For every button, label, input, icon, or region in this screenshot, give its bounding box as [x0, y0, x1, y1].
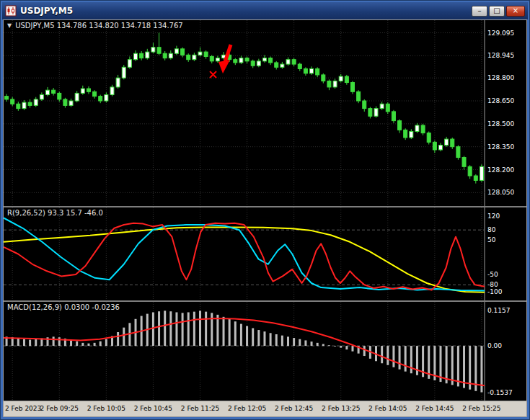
- price-axis-label: 128.800: [487, 74, 514, 81]
- symbol-ohlc-text: USDJPY,M5 134.786 134.820 134.718 134.76…: [15, 22, 183, 30]
- window-title: USDJPY,M5: [20, 6, 73, 16]
- oscillator-axis-label: 80: [487, 226, 495, 233]
- time-axis-label: 2 Feb 12:05: [228, 405, 266, 412]
- price-pane[interactable]: ▼ USDJPY,M5 134.786 134.820 134.718 134.…: [4, 20, 526, 206]
- time-axis-label: 2 Feb 14:05: [368, 405, 407, 412]
- macd-pane[interactable]: MACD(12,26,9) 0.0300 -0.0236 0.11570.00-…: [4, 302, 526, 401]
- restore-button[interactable]: □: [489, 6, 505, 17]
- price-axis-label: 128.050: [487, 189, 514, 196]
- time-axis[interactable]: 2 Feb 20232 Feb 09:252 Feb 10:052 Feb 10…: [4, 401, 526, 416]
- oscillator-axis-label: -80: [487, 281, 498, 288]
- oscillator-axis[interactable]: 1208050-50-80-100: [485, 207, 526, 300]
- macd-label: MACD(12,26,9) 0.0300 -0.0236: [7, 303, 120, 311]
- mt4-chart-window: USDJPY,M5 – □ × ▼ USDJPY,M5 134.786 134.…: [0, 0, 530, 420]
- time-axis-label: 2 Feb 15:25: [462, 405, 500, 412]
- time-axis-label: 2 Feb 13:25: [322, 405, 360, 412]
- macd-axis-label: 0.1157: [487, 307, 511, 314]
- macd-pane-canvas[interactable]: [4, 302, 526, 401]
- price-pane-canvas[interactable]: [4, 20, 526, 206]
- price-axis[interactable]: 129.095128.945128.800128.650128.500128.3…: [485, 20, 526, 206]
- oscillator-axis-label: -100: [487, 288, 502, 295]
- macd-axis-label: -0.1537: [487, 389, 513, 396]
- oscillator-pane[interactable]: R(9,26,52) 93.3 15.7 -46.0 1208050-50-80…: [4, 207, 526, 300]
- price-axis-label: 128.650: [487, 97, 514, 104]
- chevron-down-icon[interactable]: ▼: [7, 22, 12, 29]
- price-axis-label: 129.095: [487, 30, 514, 37]
- time-axis-label: 2 Feb 10:05: [87, 405, 125, 412]
- oscillator-pane-canvas[interactable]: [4, 207, 526, 300]
- time-axis-label: 2 Feb 09:25: [40, 405, 79, 412]
- window-controls: – □ ×: [472, 6, 525, 17]
- chart-app-icon: [5, 5, 17, 17]
- price-axis-label: 128.945: [487, 52, 514, 59]
- close-button[interactable]: ×: [506, 6, 525, 17]
- price-axis-label: 128.350: [487, 143, 514, 151]
- chart-area: ▼ USDJPY,M5 134.786 134.820 134.718 134.…: [3, 19, 527, 417]
- oscillator-axis-label: 120: [487, 213, 500, 220]
- time-axis-label: 2 Feb 11:25: [181, 405, 219, 412]
- minimize-button[interactable]: –: [472, 6, 487, 17]
- macd-axis[interactable]: 0.11570.00-0.1537: [485, 302, 526, 401]
- title-bar[interactable]: USDJPY,M5 – □ ×: [2, 2, 528, 19]
- oscillator-axis-label: 50: [487, 236, 495, 243]
- symbol-ohlc-line: ▼ USDJPY,M5 134.786 134.820 134.718 134.…: [7, 22, 183, 30]
- oscillator-axis-label: -50: [487, 271, 498, 278]
- time-axis-label: 2 Feb 10:45: [134, 405, 172, 412]
- price-axis-label: 128.500: [487, 120, 514, 128]
- time-axis-label: 2 Feb 2023: [5, 405, 41, 412]
- price-axis-label: 128.200: [487, 166, 514, 174]
- time-axis-label: 2 Feb 14:45: [415, 405, 454, 412]
- oscillator-label: R(9,26,52) 93.3 15.7 -46.0: [7, 209, 103, 217]
- time-axis-label: 2 Feb 12:45: [275, 405, 313, 412]
- macd-axis-label: 0.00: [487, 342, 502, 349]
